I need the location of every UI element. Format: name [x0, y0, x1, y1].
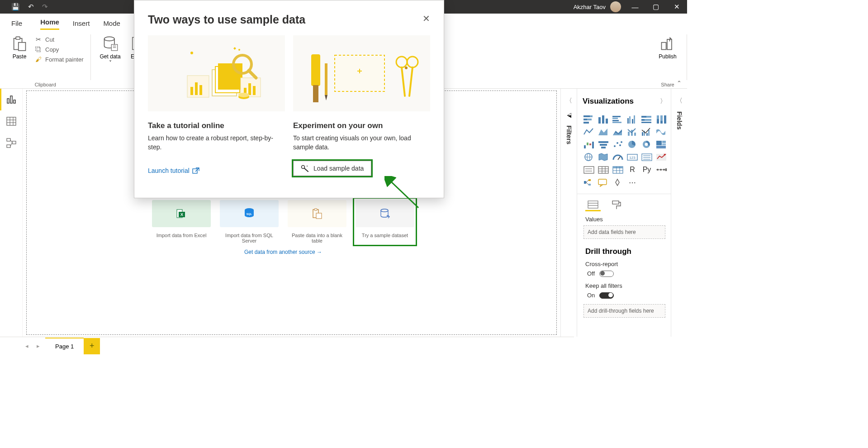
tab-file[interactable]: File — [11, 19, 22, 30]
svg-rect-57 — [657, 115, 659, 119]
clustered-bar-chart-icon[interactable] — [612, 114, 624, 124]
tutorial-heading: Take a tutorial online — [148, 121, 285, 130]
maximize-button[interactable]: ▢ — [645, 0, 666, 14]
clustered-column-chart-icon[interactable] — [626, 114, 639, 124]
card-icon[interactable]: 123 — [626, 152, 639, 162]
ribbon-chart-icon[interactable] — [655, 127, 668, 137]
undo-icon[interactable]: ↶ — [28, 3, 34, 11]
import-sql-card[interactable]: SQL Import data from SQL Server — [220, 200, 279, 243]
chevron-left-icon[interactable]: 〈 — [676, 97, 683, 105]
hundred-stacked-column-icon[interactable] — [655, 114, 668, 124]
line-stacked-column-icon[interactable] — [626, 127, 639, 137]
svg-rect-137 — [218, 63, 242, 90]
tutorial-description: Learn how to create a robust report, ste… — [148, 134, 285, 152]
dialog-close-button[interactable]: ✕ — [422, 13, 430, 24]
svg-rect-55 — [641, 122, 651, 123]
collapse-ribbon-button[interactable]: ⌃ — [677, 80, 682, 86]
filters-label: Filters — [565, 125, 573, 144]
import-excel-card[interactable]: X Import data from Excel — [152, 200, 211, 243]
pie-chart-icon[interactable] — [626, 139, 639, 149]
redo-icon[interactable]: ↷ — [42, 3, 48, 11]
minimize-button[interactable]: — — [625, 0, 645, 14]
slicer-icon[interactable] — [583, 165, 595, 175]
area-chart-icon[interactable] — [597, 127, 610, 137]
page-prev-button[interactable]: ◂ — [23, 343, 31, 349]
report-view-button[interactable] — [0, 89, 22, 110]
cut-button[interactable]: ✂Cut — [34, 35, 84, 43]
page-next-button[interactable]: ▸ — [34, 343, 43, 349]
get-more-visuals-icon[interactable] — [612, 177, 624, 187]
fields-tab[interactable] — [585, 199, 601, 211]
stacked-bar-chart-icon[interactable] — [583, 114, 595, 124]
treemap-icon[interactable] — [655, 139, 668, 149]
try-sample-dataset-card[interactable]: Try a sample dataset — [356, 200, 414, 243]
svg-rect-141 — [253, 86, 256, 95]
format-painter-button[interactable]: 🖌Format painter — [34, 55, 84, 63]
keep-filters-toggle[interactable]: On — [587, 292, 662, 299]
add-page-button[interactable]: + — [84, 338, 100, 354]
funnel-chart-icon[interactable] — [597, 139, 610, 149]
svg-rect-39 — [583, 122, 589, 124]
get-data-another-source-link[interactable]: Get data from another source → — [152, 249, 414, 255]
page-tab-1[interactable]: Page 1 — [45, 338, 84, 354]
python-visual-icon[interactable]: Py — [640, 165, 653, 175]
cross-report-toggle[interactable]: Off — [587, 270, 662, 277]
r-visual-icon[interactable]: R — [626, 165, 639, 175]
gauge-icon[interactable] — [612, 152, 624, 162]
get-data-button[interactable]: Get data ˅ — [98, 33, 123, 73]
launch-tutorial-link[interactable]: Launch tutorial — [148, 167, 199, 174]
values-dropzone[interactable]: Add data fields here — [583, 225, 665, 239]
close-button[interactable]: ✕ — [666, 0, 687, 14]
format-tab[interactable] — [609, 199, 624, 211]
table-visual-icon[interactable] — [597, 165, 610, 175]
excel-icon: X — [152, 200, 211, 227]
decomposition-tree-icon[interactable] — [583, 177, 595, 187]
chevron-left-icon[interactable]: 〈 — [566, 97, 572, 105]
save-icon[interactable]: 💾 — [11, 3, 20, 11]
more-options-icon[interactable]: ⋯ — [626, 177, 639, 187]
svg-rect-22 — [12, 141, 16, 144]
hundred-stacked-bar-icon[interactable] — [640, 114, 653, 124]
chevron-right-icon[interactable]: 〉 — [660, 97, 666, 105]
user-account[interactable]: Akzhar Taov — [574, 1, 625, 12]
stacked-area-chart-icon[interactable] — [612, 127, 624, 137]
model-view-button[interactable] — [0, 132, 22, 154]
filters-pane-collapsed[interactable]: 〈 ⧩ Filters — [560, 89, 577, 337]
page-tabs: ◂ ▸ Page 1 + — [0, 337, 574, 355]
svg-rect-74 — [592, 142, 594, 148]
svg-point-155 — [407, 57, 418, 67]
paste-data-card[interactable]: Paste data into a blank table — [288, 200, 346, 243]
multi-row-card-icon[interactable] — [640, 152, 653, 162]
copy-button[interactable]: ⿻Copy — [34, 45, 84, 53]
qna-visual-icon[interactable] — [597, 177, 610, 187]
svg-marker-150 — [325, 95, 327, 100]
svg-rect-14 — [10, 96, 12, 103]
line-chart-icon[interactable] — [583, 127, 595, 137]
tab-insert[interactable]: Insert — [73, 19, 90, 30]
map-icon[interactable] — [583, 152, 595, 162]
dialog-left-column: Take a tutorial online Learn how to crea… — [148, 35, 285, 176]
drill-through-dropzone[interactable]: Add drill-through fields here — [583, 304, 665, 318]
paste-button[interactable]: Paste — [7, 33, 32, 73]
publish-button[interactable]: Publish — [655, 33, 680, 73]
data-view-button[interactable] — [0, 110, 22, 132]
filled-map-icon[interactable] — [597, 152, 610, 162]
scatter-chart-icon[interactable] — [612, 139, 624, 149]
svg-line-121 — [586, 182, 588, 185]
external-link-icon — [192, 167, 199, 174]
svg-point-78 — [614, 145, 616, 147]
fields-pane-collapsed[interactable]: 〈 Fields — [671, 89, 687, 337]
svg-point-129 — [190, 52, 193, 54]
donut-chart-icon[interactable] — [640, 139, 653, 149]
waterfall-chart-icon[interactable] — [583, 139, 595, 149]
stacked-column-chart-icon[interactable] — [597, 114, 610, 124]
svg-line-158 — [304, 168, 308, 172]
matrix-icon[interactable] — [612, 165, 624, 175]
kpi-icon[interactable] — [655, 152, 668, 162]
tab-home[interactable]: Home — [40, 18, 59, 30]
tab-modeling[interactable]: Mode — [103, 19, 120, 30]
key-influencers-icon[interactable] — [655, 165, 668, 175]
svg-rect-41 — [602, 115, 604, 124]
line-clustered-column-icon[interactable] — [640, 127, 653, 137]
load-sample-data-button[interactable]: Load sample data — [293, 161, 371, 176]
